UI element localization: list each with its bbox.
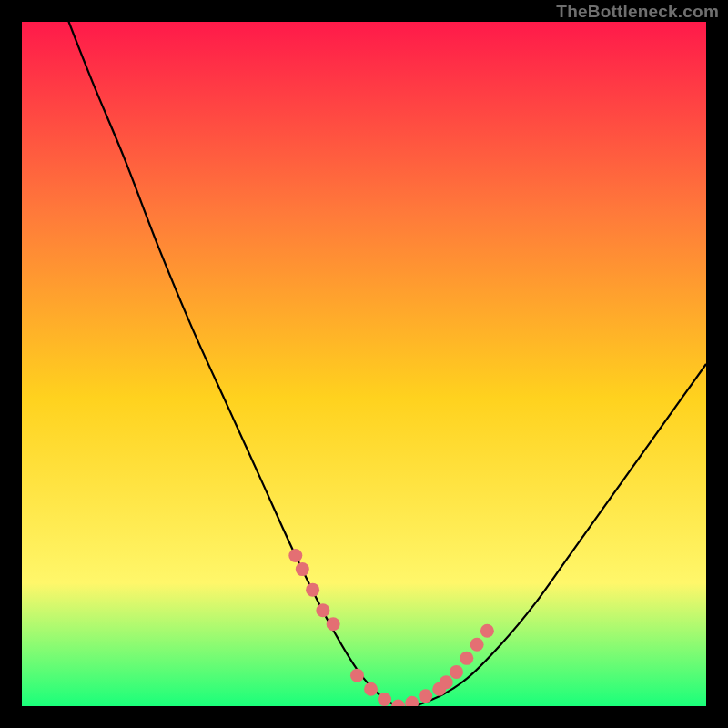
attribution-label: TheBottleneck.com [556,2,719,22]
highlight-dot [364,682,378,696]
highlight-dot [288,549,302,562]
plot-area [22,22,706,706]
chart-frame: TheBottleneck.com [0,0,728,728]
highlight-dot [480,624,494,638]
bottleneck-chart [22,22,706,706]
gradient-background [22,22,706,706]
highlight-dot [296,562,309,576]
highlight-dot [440,675,453,689]
highlight-dot [378,693,391,706]
highlight-dot [470,638,484,652]
highlight-dot [316,603,329,617]
highlight-dot [419,689,432,703]
highlight-dot [327,617,340,631]
highlight-dot [450,665,463,679]
highlight-dot [350,669,364,682]
highlight-dot [460,652,473,665]
highlight-dot [306,583,319,597]
